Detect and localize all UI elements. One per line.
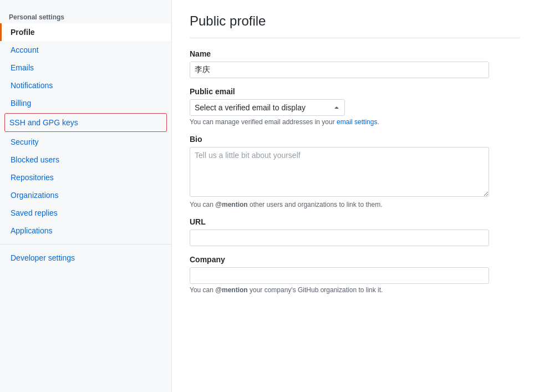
public-email-select-wrapper: Select a verified email to display <box>190 99 345 116</box>
company-input[interactable] <box>190 267 489 284</box>
company-field-group: Company You can @mention your company's … <box>190 255 520 294</box>
company-helper: You can @mention your company's GitHub o… <box>190 286 520 294</box>
public-email-select[interactable]: Select a verified email to display <box>190 99 345 116</box>
url-field-group: URL <box>190 217 520 246</box>
sidebar-item-applications[interactable]: Applications <box>0 222 171 240</box>
sidebar-item-profile[interactable]: Profile <box>0 23 171 41</box>
public-email-field-group: Public email Select a verified email to … <box>190 87 520 126</box>
public-email-label: Public email <box>190 87 520 96</box>
name-input[interactable] <box>190 62 489 78</box>
bio-helper: You can @mention other users and organiz… <box>190 201 520 208</box>
page-title: Public profile <box>190 13 520 38</box>
sidebar-item-emails[interactable]: Emails <box>0 59 171 77</box>
sidebar-item-account[interactable]: Account <box>0 41 171 59</box>
sidebar-item-organizations[interactable]: Organizations <box>0 186 171 204</box>
sidebar-divider <box>0 244 171 245</box>
sidebar: Personal settings Profile Account Emails… <box>0 0 172 392</box>
company-label: Company <box>190 255 520 264</box>
sidebar-item-security[interactable]: Security <box>0 133 171 151</box>
public-email-helper: You can manage verified email addresses … <box>190 118 520 126</box>
sidebar-item-billing[interactable]: Billing <box>0 94 171 112</box>
bio-field-group: Bio You can @mention other users and org… <box>190 135 520 208</box>
sidebar-item-blocked-users[interactable]: Blocked users <box>0 151 171 169</box>
email-settings-link[interactable]: email settings <box>337 118 377 126</box>
name-field-group: Name <box>190 49 520 78</box>
bio-label: Bio <box>190 135 520 144</box>
sidebar-item-notifications[interactable]: Notifications <box>0 77 171 94</box>
sidebar-item-repositories[interactable]: Repositories <box>0 169 171 186</box>
sidebar-item-developer-settings[interactable]: Developer settings <box>0 249 171 267</box>
sidebar-section-title: Personal settings <box>0 9 171 23</box>
bio-textarea[interactable] <box>190 147 489 197</box>
sidebar-item-ssh-gpg-keys[interactable]: SSH and GPG keys <box>4 113 167 132</box>
url-label: URL <box>190 217 520 226</box>
name-label: Name <box>190 49 520 58</box>
sidebar-item-saved-replies[interactable]: Saved replies <box>0 204 171 222</box>
url-input[interactable] <box>190 230 489 246</box>
main-content: Public profile Name Public email Select … <box>172 0 538 392</box>
